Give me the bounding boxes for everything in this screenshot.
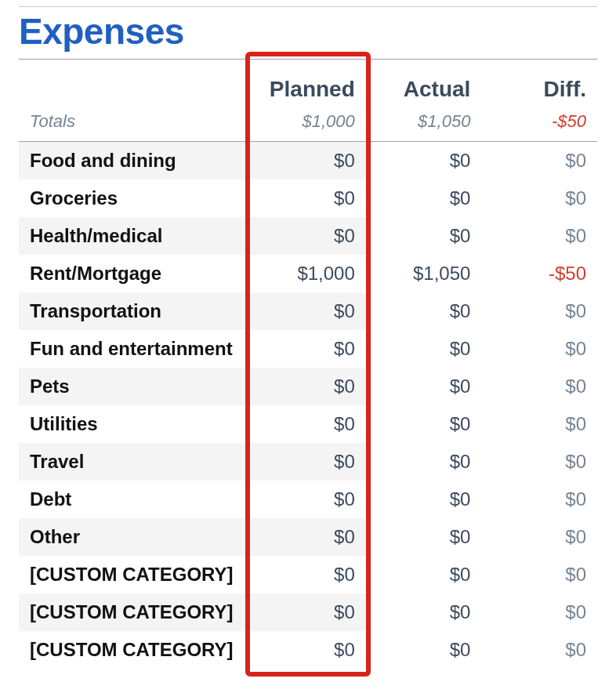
category-cell[interactable]: Fun and entertainment bbox=[19, 330, 250, 368]
planned-cell[interactable]: $0 bbox=[250, 330, 366, 368]
table-row: Health/medical$0$0$0 bbox=[19, 217, 597, 255]
totals-label: Totals bbox=[19, 107, 250, 142]
category-cell[interactable]: [CUSTOM CATEGORY] bbox=[19, 593, 250, 631]
planned-cell[interactable]: $0 bbox=[250, 405, 366, 443]
category-cell[interactable]: Groceries bbox=[19, 180, 250, 217]
category-cell[interactable]: Utilities bbox=[19, 405, 250, 443]
planned-cell[interactable]: $0 bbox=[250, 556, 366, 593]
planned-cell[interactable]: $0 bbox=[250, 217, 366, 255]
expenses-table-wrap: Planned Actual Diff. Totals $1,000 $1,05… bbox=[19, 60, 597, 669]
actual-cell[interactable]: $0 bbox=[366, 142, 482, 180]
planned-cell[interactable]: $0 bbox=[250, 631, 366, 669]
category-cell[interactable]: Debt bbox=[19, 481, 250, 518]
diff-cell: $0 bbox=[481, 556, 597, 593]
expenses-table: Planned Actual Diff. Totals $1,000 $1,05… bbox=[19, 60, 597, 669]
planned-cell[interactable]: $0 bbox=[250, 481, 366, 518]
table-row: Food and dining$0$0$0 bbox=[19, 142, 597, 180]
table-row: Debt$0$0$0 bbox=[19, 481, 597, 518]
diff-cell: $0 bbox=[481, 481, 597, 518]
table-row: [CUSTOM CATEGORY]$0$0$0 bbox=[19, 593, 597, 631]
diff-cell: $0 bbox=[481, 518, 597, 556]
header-category bbox=[19, 60, 250, 107]
category-cell[interactable]: [CUSTOM CATEGORY] bbox=[19, 631, 250, 669]
category-cell[interactable]: Travel bbox=[19, 443, 250, 481]
table-row: Fun and entertainment$0$0$0 bbox=[19, 330, 597, 368]
totals-row: Totals $1,000 $1,050 -$50 bbox=[19, 107, 597, 142]
diff-cell: $0 bbox=[481, 631, 597, 669]
actual-cell[interactable]: $0 bbox=[366, 368, 482, 405]
actual-cell[interactable]: $0 bbox=[366, 518, 482, 556]
diff-cell: $0 bbox=[481, 292, 597, 330]
diff-cell: $0 bbox=[481, 368, 597, 405]
planned-cell[interactable]: $0 bbox=[250, 142, 366, 180]
top-divider bbox=[19, 6, 597, 7]
planned-cell[interactable]: $0 bbox=[250, 292, 366, 330]
actual-cell[interactable]: $0 bbox=[366, 330, 482, 368]
table-row: Travel$0$0$0 bbox=[19, 443, 597, 481]
diff-cell: $0 bbox=[481, 405, 597, 443]
table-row: Utilities$0$0$0 bbox=[19, 405, 597, 443]
table-row: Transportation$0$0$0 bbox=[19, 292, 597, 330]
category-cell[interactable]: Rent/Mortgage bbox=[19, 255, 250, 292]
actual-cell[interactable]: $0 bbox=[366, 405, 482, 443]
actual-cell[interactable]: $0 bbox=[366, 556, 482, 593]
actual-cell[interactable]: $1,050 bbox=[366, 255, 482, 292]
header-planned: Planned bbox=[250, 60, 366, 107]
planned-cell[interactable]: $0 bbox=[250, 368, 366, 405]
category-cell[interactable]: Transportation bbox=[19, 292, 250, 330]
header-diff: Diff. bbox=[481, 60, 597, 107]
totals-actual: $1,050 bbox=[366, 107, 482, 142]
table-row: [CUSTOM CATEGORY]$0$0$0 bbox=[19, 631, 597, 669]
totals-planned: $1,000 bbox=[250, 107, 366, 142]
category-cell[interactable]: Food and dining bbox=[19, 142, 250, 180]
diff-cell: $0 bbox=[481, 443, 597, 481]
diff-cell: -$50 bbox=[481, 255, 597, 292]
table-row: Groceries$0$0$0 bbox=[19, 180, 597, 217]
planned-cell[interactable]: $0 bbox=[250, 593, 366, 631]
actual-cell[interactable]: $0 bbox=[366, 292, 482, 330]
diff-cell: $0 bbox=[481, 180, 597, 217]
actual-cell[interactable]: $0 bbox=[366, 593, 482, 631]
category-cell[interactable]: Other bbox=[19, 518, 250, 556]
planned-cell[interactable]: $0 bbox=[250, 180, 366, 217]
actual-cell[interactable]: $0 bbox=[366, 481, 482, 518]
category-cell[interactable]: Pets bbox=[19, 368, 250, 405]
table-row: Pets$0$0$0 bbox=[19, 368, 597, 405]
category-cell[interactable]: [CUSTOM CATEGORY] bbox=[19, 556, 250, 593]
diff-cell: $0 bbox=[481, 217, 597, 255]
table-row: [CUSTOM CATEGORY]$0$0$0 bbox=[19, 556, 597, 593]
actual-cell[interactable]: $0 bbox=[366, 631, 482, 669]
table-row: Rent/Mortgage$1,000$1,050-$50 bbox=[19, 255, 597, 292]
actual-cell[interactable]: $0 bbox=[366, 443, 482, 481]
actual-cell[interactable]: $0 bbox=[366, 180, 482, 217]
planned-cell[interactable]: $1,000 bbox=[250, 255, 366, 292]
diff-cell: $0 bbox=[481, 593, 597, 631]
diff-cell: $0 bbox=[481, 142, 597, 180]
category-cell[interactable]: Health/medical bbox=[19, 217, 250, 255]
diff-cell: $0 bbox=[481, 330, 597, 368]
section-title: Expenses bbox=[19, 10, 597, 53]
planned-cell[interactable]: $0 bbox=[250, 518, 366, 556]
header-row: Planned Actual Diff. bbox=[19, 60, 597, 107]
header-actual: Actual bbox=[366, 60, 482, 107]
actual-cell[interactable]: $0 bbox=[366, 217, 482, 255]
table-row: Other$0$0$0 bbox=[19, 518, 597, 556]
totals-diff: -$50 bbox=[481, 107, 597, 142]
planned-cell[interactable]: $0 bbox=[250, 443, 366, 481]
